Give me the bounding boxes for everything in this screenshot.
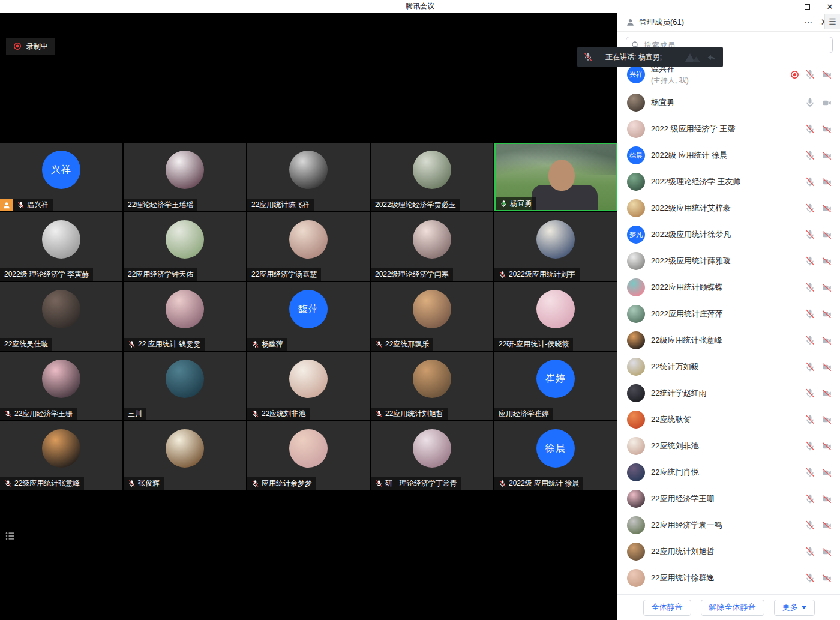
member-mic-button[interactable] xyxy=(805,256,815,266)
video-tile[interactable]: 兴祥温兴祥 xyxy=(0,143,122,211)
member-row[interactable]: 22应用统计徐群逸 xyxy=(617,565,840,591)
member-camera-button[interactable] xyxy=(821,362,833,372)
video-tile[interactable]: 22应统邢飘乐 xyxy=(371,282,493,351)
video-tile[interactable]: 22研-应用统计-侯晓筱 xyxy=(494,282,617,351)
member-camera-button[interactable] xyxy=(821,309,833,319)
member-row[interactable]: 22应统闫肖悦 xyxy=(617,459,840,486)
member-row[interactable]: 22级应用统计张意峰 xyxy=(617,327,840,354)
video-tile[interactable]: 张俊辉 xyxy=(124,421,246,490)
member-camera-button[interactable] xyxy=(821,70,833,80)
member-camera-button[interactable] xyxy=(821,177,833,187)
member-mic-button[interactable] xyxy=(805,176,815,187)
video-tile[interactable]: 22 应用统计 钱雯雯 xyxy=(124,282,246,351)
member-camera-button[interactable] xyxy=(821,336,833,346)
video-tile[interactable]: 22应用经济学王珊 xyxy=(0,352,122,420)
member-row[interactable]: 22应统刘非池 xyxy=(617,433,840,459)
member-camera-button[interactable] xyxy=(821,388,833,399)
member-mic-button[interactable] xyxy=(805,308,815,319)
video-tile[interactable]: 杨宜勇 xyxy=(494,143,617,211)
member-row[interactable]: 22统计学赵红雨 xyxy=(617,380,840,406)
member-row[interactable]: 22应用经济学王珊 xyxy=(617,486,840,512)
member-mic-button[interactable] xyxy=(805,124,815,134)
member-camera-button[interactable] xyxy=(821,124,833,134)
video-tile[interactable]: 22应用经济学汤嘉慧 xyxy=(247,212,370,281)
member-mic-button[interactable] xyxy=(805,282,815,293)
member-camera-button[interactable] xyxy=(821,151,833,161)
members-panel: 管理成员(61) ⋯ ✕ ☰ 兴祥温兴祥(主持人, 我)杨宜勇2022 级应用经… xyxy=(617,13,840,620)
more-options-button[interactable]: ⋯ xyxy=(804,17,813,27)
video-tile[interactable]: 22应统吴佳璇 xyxy=(0,282,122,351)
member-mic-button[interactable] xyxy=(805,493,815,504)
member-row[interactable]: 2022应用统计庄萍萍 xyxy=(617,301,840,327)
member-mic-button[interactable] xyxy=(805,203,815,214)
member-camera-button[interactable] xyxy=(821,441,833,451)
video-tile[interactable]: 徐晨2022级 应用统计 徐晨 xyxy=(494,421,617,490)
video-tile[interactable]: 22应用经济学钟天佑 xyxy=(124,212,246,281)
member-camera-button[interactable] xyxy=(821,468,833,478)
member-row[interactable]: 22应用统计刘旭哲 xyxy=(617,538,840,565)
member-mic-button[interactable] xyxy=(805,441,815,451)
video-tile[interactable]: 22理论经济学王瑶瑶 xyxy=(124,143,246,211)
member-mic-button[interactable] xyxy=(805,229,815,240)
member-row[interactable]: 徐晨2022级 应用统计 徐晨 xyxy=(617,142,840,169)
more-button[interactable]: 更多 xyxy=(774,600,815,616)
member-row[interactable]: 22统计万如毅 xyxy=(617,354,840,380)
video-tile[interactable]: 22级应用统计张意峰 xyxy=(0,421,122,490)
member-mic-button[interactable] xyxy=(805,150,815,161)
member-mic-button[interactable] xyxy=(805,520,815,531)
video-tile[interactable]: 2022级理论经济学贾必玉 xyxy=(371,143,493,211)
close-button[interactable]: ✕ xyxy=(824,1,835,12)
panel-collapse-button[interactable]: ☰ xyxy=(824,14,840,29)
member-row[interactable]: 杨宜勇 xyxy=(617,89,840,116)
member-mic-button[interactable] xyxy=(805,69,815,80)
member-camera-button[interactable] xyxy=(821,256,833,266)
video-tile[interactable]: 应用统计余梦梦 xyxy=(247,421,370,490)
member-mic-button[interactable] xyxy=(805,546,815,557)
camera-muted-icon xyxy=(821,441,833,451)
video-tile[interactable]: 22应统刘非池 xyxy=(247,352,370,420)
member-row[interactable]: 2022级理论经济学 王友帅 xyxy=(617,169,840,195)
unmute-all-button[interactable]: 解除全体静音 xyxy=(701,600,764,616)
video-tile[interactable]: 2022级理论经济学闫寒 xyxy=(371,212,493,281)
member-camera-button[interactable] xyxy=(821,520,833,531)
mic-muted-icon xyxy=(251,410,259,418)
member-row[interactable]: 2022 级应用经济学 王磬 xyxy=(617,116,840,142)
video-grid: 兴祥温兴祥22理论经济学王瑶瑶22应用统计陈飞祥2022级理论经济学贾必玉杨宜勇… xyxy=(0,143,617,490)
layout-list-icon[interactable] xyxy=(5,531,16,541)
member-mic-button[interactable] xyxy=(805,467,815,478)
mute-all-button[interactable]: 全体静音 xyxy=(643,600,691,616)
member-mic-button[interactable] xyxy=(805,335,815,346)
minimize-button[interactable] xyxy=(779,1,790,12)
member-mic-button[interactable] xyxy=(805,414,815,425)
video-tile[interactable]: 22应用统计陈飞祥 xyxy=(247,143,370,211)
member-camera-button[interactable] xyxy=(821,573,833,583)
member-mic-button[interactable] xyxy=(805,361,815,372)
video-tile[interactable]: 崔婷应用经济学崔婷 xyxy=(494,352,617,420)
video-tile[interactable]: 2022级应用统计刘宇 xyxy=(494,212,617,281)
member-camera-button[interactable] xyxy=(821,415,833,425)
video-tile[interactable]: 研一理论经济学丁常青 xyxy=(371,421,493,490)
member-row[interactable]: 22应用经济学袁一鸣 xyxy=(617,512,840,538)
member-row[interactable]: 2022级应用统计薛雅璇 xyxy=(617,248,840,274)
member-camera-button[interactable] xyxy=(821,547,833,557)
participant-avatar xyxy=(166,429,204,468)
member-mic-button[interactable] xyxy=(805,388,815,399)
speaking-toast-text: 正在讲话: 杨宜勇; xyxy=(605,52,683,62)
member-camera-button[interactable] xyxy=(821,230,833,240)
member-row[interactable]: 梦凡2022级应用统计徐梦凡 xyxy=(617,221,840,248)
participant-avatar xyxy=(289,220,328,259)
video-tile[interactable]: 馥萍杨馥萍 xyxy=(247,282,370,351)
video-tile[interactable]: 22应用统计刘旭哲 xyxy=(371,352,493,420)
video-tile[interactable]: 2022级 理论经济学 李寅赫 xyxy=(0,212,122,281)
member-mic-button[interactable] xyxy=(805,573,815,583)
member-row[interactable]: 2022级应用统计艾梓豪 xyxy=(617,195,840,221)
maximize-button[interactable] xyxy=(802,1,812,12)
member-row[interactable]: 2022应用统计顾蝶蝶 xyxy=(617,274,840,301)
video-tile[interactable]: 三川 xyxy=(124,352,246,420)
member-row[interactable]: 22应统耿贺 xyxy=(617,406,840,433)
member-camera-button[interactable] xyxy=(821,98,833,108)
member-camera-button[interactable] xyxy=(821,494,833,504)
member-camera-button[interactable] xyxy=(821,283,833,293)
member-mic-button[interactable] xyxy=(805,97,815,108)
member-camera-button[interactable] xyxy=(821,203,833,214)
